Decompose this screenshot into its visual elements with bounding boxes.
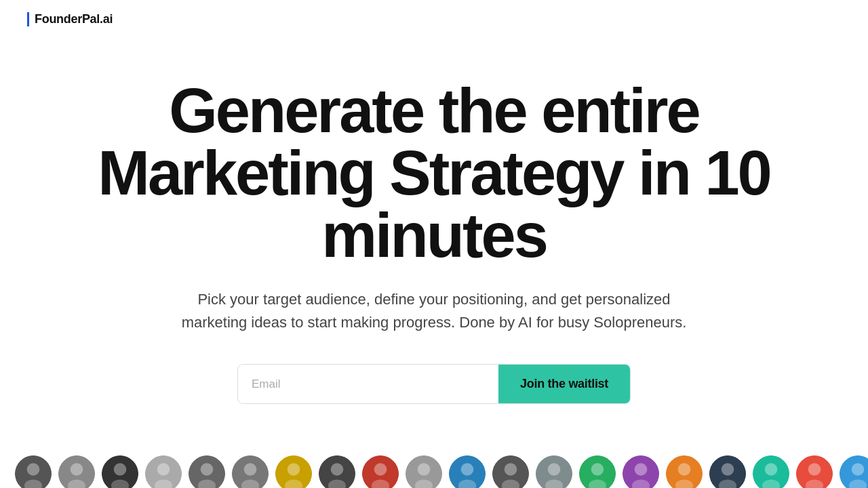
svg-point-52 — [765, 463, 778, 476]
avatar — [578, 454, 617, 488]
svg-point-13 — [201, 463, 214, 476]
waitlist-button[interactable]: Join the waitlist — [498, 365, 630, 403]
svg-point-37 — [548, 463, 561, 476]
svg-point-4 — [71, 463, 83, 476]
avatar — [231, 454, 270, 488]
hero-subheadline: Pick your target audience, define your p… — [176, 288, 692, 334]
avatar — [14, 454, 53, 488]
svg-point-31 — [461, 463, 474, 476]
svg-point-16 — [244, 463, 257, 476]
header: FounderPal.ai — [0, 0, 868, 39]
avatar — [838, 454, 868, 488]
svg-point-10 — [157, 463, 170, 476]
svg-point-55 — [808, 463, 821, 476]
avatar — [361, 454, 400, 488]
svg-point-40 — [591, 463, 604, 476]
svg-point-46 — [678, 463, 691, 476]
avatar — [665, 454, 704, 488]
avatar — [144, 454, 183, 488]
svg-point-49 — [722, 463, 734, 476]
avatar — [621, 454, 660, 488]
avatar — [57, 454, 96, 488]
logo-text[interactable]: FounderPal.ai — [35, 12, 113, 26]
svg-point-34 — [505, 463, 517, 476]
svg-point-58 — [852, 463, 865, 476]
hero-section: Generate the entire Marketing Strategy i… — [0, 39, 868, 431]
avatar — [708, 454, 747, 488]
avatar — [187, 454, 226, 488]
svg-point-1 — [27, 463, 40, 476]
avatar — [317, 454, 357, 488]
svg-point-7 — [114, 463, 127, 476]
avatar — [751, 454, 791, 488]
avatar — [274, 454, 313, 488]
svg-point-25 — [374, 463, 387, 476]
avatar — [795, 454, 834, 488]
svg-point-43 — [635, 463, 648, 476]
avatar — [404, 454, 443, 488]
svg-point-22 — [331, 463, 344, 476]
hero-headline: Generate the entire Marketing Strategy i… — [54, 79, 814, 266]
avatar — [491, 454, 530, 488]
cta-form: Join the waitlist — [237, 364, 631, 404]
avatar — [100, 454, 140, 488]
svg-point-19 — [288, 463, 300, 476]
svg-point-28 — [418, 463, 431, 476]
avatar — [534, 454, 574, 488]
avatar — [448, 454, 487, 488]
logo-container: FounderPal.ai — [27, 12, 113, 26]
avatars-section — [0, 454, 868, 488]
email-input[interactable] — [238, 365, 498, 403]
